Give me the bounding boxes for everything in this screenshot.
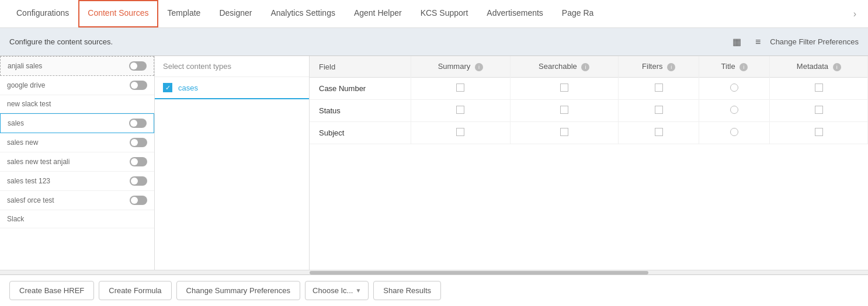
checkbox-filters-1[interactable] — [655, 106, 663, 114]
metadata-cb-case-number[interactable] — [770, 78, 868, 100]
header-title: Configure the content sources. — [9, 37, 113, 46]
scrollbar-thumb[interactable] — [310, 271, 648, 274]
choose-icon-label: Choose Ic... — [313, 286, 353, 295]
left-sidebar: anjali sales google drive new slack test… — [0, 56, 155, 270]
filters-cb-status[interactable] — [618, 100, 699, 122]
toggle-sales-test-123[interactable] — [130, 176, 147, 186]
filters-cb-case-number[interactable] — [618, 78, 699, 100]
checkbox-summary-0[interactable] — [456, 84, 464, 92]
title-radio-case-number[interactable] — [699, 78, 770, 100]
toggle-sales-new[interactable] — [130, 138, 147, 147]
nav-item-analytics-settings[interactable]: Analytics Settings — [261, 0, 345, 28]
share-results-button[interactable]: Share Results — [373, 281, 441, 300]
checkbox-summary-2[interactable] — [456, 128, 464, 136]
radio-title-2[interactable] — [730, 128, 738, 136]
nav-more-chevron[interactable]: › — [849, 9, 861, 19]
th-summary: Summary i — [411, 56, 510, 78]
searchable-cb-status[interactable] — [510, 100, 618, 122]
sidebar-item-label: salesf orce test — [7, 196, 54, 204]
checkbox-searchable-0[interactable] — [560, 84, 568, 92]
radio-title-1[interactable] — [730, 106, 738, 114]
checkbox-metadata-0[interactable] — [815, 84, 823, 92]
toggle-sales-new-test-anjali[interactable] — [130, 157, 147, 166]
toggle-anjali-sales[interactable] — [129, 61, 147, 71]
searchable-info-icon[interactable]: i — [581, 63, 589, 71]
sidebar-item-sales-test-123[interactable]: sales test 123 — [0, 172, 154, 191]
searchable-cb-case-number[interactable] — [510, 78, 618, 100]
top-nav: Configurations Content Sources Template … — [0, 0, 868, 28]
radio-title-0[interactable] — [730, 84, 738, 92]
field-case-number: Case Number — [310, 78, 411, 100]
create-base-href-button[interactable]: Create Base HREF — [9, 281, 94, 300]
change-summary-preferences-button[interactable]: Change Summary Preferences — [176, 281, 300, 300]
checkbox-summary-1[interactable] — [456, 106, 464, 114]
checkbox-metadata-2[interactable] — [815, 128, 823, 136]
sidebar-item-new-slack-test[interactable]: new slack test — [0, 95, 154, 113]
toggle-sales[interactable] — [129, 119, 147, 128]
sidebar-item-sales-new-test-anjali[interactable]: sales new test anjali — [0, 152, 154, 172]
title-radio-status[interactable] — [699, 100, 770, 122]
table-panel: Field Summary i Searchable i F — [310, 56, 868, 270]
sidebar-item-label: sales test 123 — [7, 177, 50, 185]
table-view-icon-button[interactable]: ▦ — [728, 34, 746, 50]
table-header-row: Field Summary i Searchable i F — [310, 56, 868, 78]
main-content: Configure the content sources. ▦ ≡ Chang… — [0, 28, 868, 306]
nav-item-page-ra[interactable]: Page Ra — [553, 0, 603, 28]
sidebar-item-sales[interactable]: sales — [0, 113, 154, 133]
nav-item-designer[interactable]: Designer — [210, 0, 261, 28]
field-status: Status — [310, 100, 411, 122]
cases-checkbox[interactable]: ✓ — [163, 83, 172, 92]
toggle-salesforce-test[interactable] — [130, 196, 147, 205]
sidebar-item-label: anjali sales — [8, 62, 42, 70]
filters-info-icon[interactable]: i — [667, 63, 675, 71]
summary-cb-status[interactable] — [411, 100, 510, 122]
content-header: Configure the content sources. ▦ ≡ Chang… — [0, 28, 868, 56]
table-view-icon: ▦ — [732, 36, 741, 47]
checkbox-searchable-1[interactable] — [560, 106, 568, 114]
th-field: Field — [310, 56, 411, 78]
nav-item-configurations[interactable]: Configurations — [7, 0, 78, 28]
sidebar-item-anjali-sales[interactable]: anjali sales — [0, 56, 154, 76]
checkbox-metadata-1[interactable] — [815, 106, 823, 114]
sidebar-item-salesforce-test[interactable]: salesf orce test — [0, 191, 154, 210]
sidebar-item-label: sales new test anjali — [7, 158, 70, 166]
content-type-cases[interactable]: ✓ cases — [155, 77, 309, 99]
th-filters: Filters i — [618, 56, 699, 78]
sidebar-item-label: Slack — [7, 215, 24, 223]
th-title: Title i — [699, 56, 770, 78]
nav-item-template[interactable]: Template — [158, 0, 210, 28]
toggle-google-drive[interactable] — [130, 81, 147, 90]
sidebar-item-slack[interactable]: Slack — [0, 210, 154, 228]
summary-info-icon[interactable]: i — [475, 63, 483, 71]
filters-cb-subject[interactable] — [618, 122, 699, 144]
nav-item-advertisements[interactable]: Advertisements — [477, 0, 552, 28]
horizontal-scrollbar[interactable] — [0, 270, 868, 274]
fields-table: Field Summary i Searchable i F — [310, 56, 868, 144]
choose-icon-dropdown[interactable]: Choose Ic... ▼ — [305, 281, 369, 300]
bottom-toolbar: Create Base HREF Create Formula Change S… — [0, 274, 868, 306]
title-radio-subject[interactable] — [699, 122, 770, 144]
nav-item-agent-helper[interactable]: Agent Helper — [345, 0, 411, 28]
metadata-info-icon[interactable]: i — [833, 63, 841, 71]
change-filter-preferences-link[interactable]: Change Filter Preferences — [770, 37, 859, 46]
table-row: Subject — [310, 122, 868, 144]
nav-item-content-sources[interactable]: Content Sources — [78, 0, 158, 28]
checkbox-filters-0[interactable] — [655, 84, 663, 92]
filter-icon-button[interactable]: ≡ — [751, 34, 765, 50]
nav-item-kcs-support[interactable]: KCS Support — [411, 0, 478, 28]
create-formula-button[interactable]: Create Formula — [99, 281, 171, 300]
checkbox-filters-2[interactable] — [655, 128, 663, 136]
content-body: anjali sales google drive new slack test… — [0, 56, 868, 270]
sidebar-item-google-drive[interactable]: google drive — [0, 76, 154, 95]
checkbox-searchable-2[interactable] — [560, 128, 568, 136]
sidebar-item-sales-new[interactable]: sales new — [0, 133, 154, 152]
metadata-cb-status[interactable] — [770, 100, 868, 122]
summary-cb-case-number[interactable] — [411, 78, 510, 100]
searchable-cb-subject[interactable] — [510, 122, 618, 144]
title-info-icon[interactable]: i — [739, 63, 748, 71]
summary-cb-subject[interactable] — [411, 122, 510, 144]
table-row: Status — [310, 100, 868, 122]
metadata-cb-subject[interactable] — [770, 122, 868, 144]
sidebar-item-label: google drive — [7, 81, 45, 89]
dropdown-arrow-icon: ▼ — [355, 287, 361, 294]
